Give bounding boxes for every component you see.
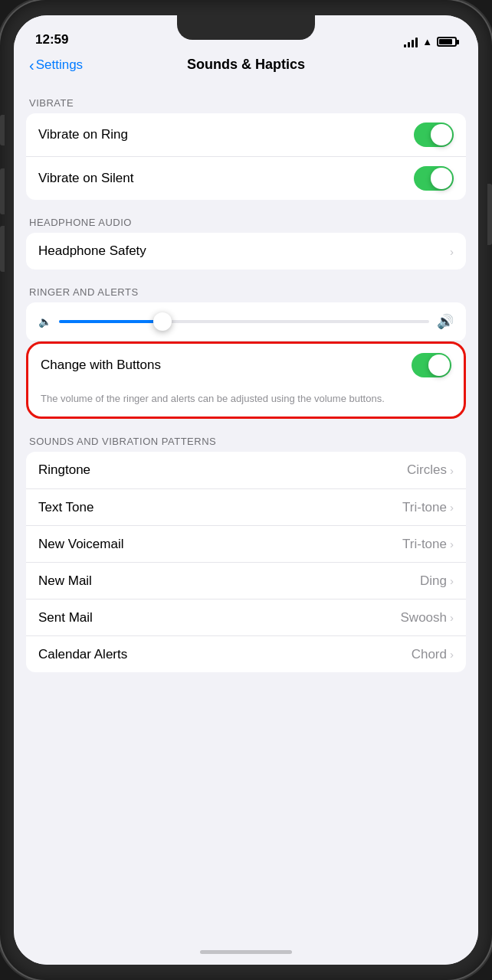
volume-down-button[interactable] — [0, 226, 5, 272]
sent-mail-value-text: Swoosh — [401, 610, 447, 626]
change-with-buttons-description: The volume of the ringer and alerts can … — [41, 393, 385, 404]
volume-slider-row[interactable]: 🔈 🔊 — [26, 302, 466, 341]
new-voicemail-chevron-icon: › — [450, 537, 454, 550]
sent-mail-value: Swoosh › — [401, 610, 454, 626]
back-button[interactable]: ‹ Settings — [29, 57, 83, 73]
headphone-section: HEADPHONE AUDIO Headphone Safety › — [14, 217, 478, 270]
vibrate-section: VIBRATE Vibrate on Ring Vibrate on Silen… — [14, 97, 478, 200]
ringtone-chevron-icon: › — [450, 464, 454, 477]
signal-icon — [404, 37, 418, 47]
new-mail-value: Ding › — [420, 573, 454, 589]
text-tone-chevron-icon: › — [450, 501, 454, 514]
ringtone-label: Ringtone — [38, 462, 90, 478]
ringtone-value-text: Circles — [407, 462, 447, 478]
volume-low-icon: 🔈 — [38, 315, 51, 328]
vibrate-on-ring-row: Vibrate on Ring — [26, 113, 466, 156]
chevron-icon: › — [450, 245, 454, 258]
change-with-buttons-card: Change with Buttons The volume of the ri… — [26, 341, 466, 419]
calendar-alerts-chevron-icon: › — [450, 648, 454, 661]
phone-screen: 12:59 ▲ ‹ Settings Sounds & Haptics — [14, 15, 478, 965]
status-icons: ▲ — [404, 36, 457, 47]
home-bar — [200, 950, 292, 954]
new-voicemail-label: New Voicemail — [38, 537, 124, 552]
battery-icon — [437, 37, 457, 47]
page-title: Sounds & Haptics — [187, 57, 305, 73]
content-scroll[interactable]: VIBRATE Vibrate on Ring Vibrate on Silen… — [14, 80, 478, 939]
change-with-buttons-label: Change with Buttons — [41, 358, 161, 373]
nav-bar: ‹ Settings Sounds & Haptics — [14, 54, 478, 80]
headphone-safety-chevron: › — [450, 245, 454, 258]
slider-fill — [59, 320, 162, 323]
new-mail-chevron-icon: › — [450, 574, 454, 587]
highlighted-section: Change with Buttons The volume of the ri… — [14, 341, 478, 419]
new-voicemail-value: Tri-tone › — [402, 537, 454, 552]
sounds-section: SOUNDS AND VIBRATION PATTERNS Ringtone C… — [14, 436, 478, 672]
new-mail-row[interactable]: New Mail Ding › — [26, 562, 466, 599]
slider-thumb[interactable] — [153, 312, 172, 331]
calendar-alerts-value-text: Chord — [412, 647, 447, 662]
wifi-icon: ▲ — [422, 36, 432, 47]
sounds-card: Ringtone Circles › Text Tone Tri-tone › — [26, 452, 466, 672]
ringtone-row[interactable]: Ringtone Circles › — [26, 452, 466, 488]
sounds-header: SOUNDS AND VIBRATION PATTERNS — [14, 436, 478, 452]
change-with-buttons-toggle[interactable] — [412, 353, 451, 377]
sent-mail-chevron-icon: › — [450, 611, 454, 624]
vibrate-header: VIBRATE — [14, 97, 478, 113]
ringtone-value: Circles › — [407, 462, 454, 478]
calendar-alerts-row[interactable]: Calendar Alerts Chord › — [26, 635, 466, 672]
new-voicemail-value-text: Tri-tone — [402, 537, 447, 552]
text-tone-value-text: Tri-tone — [402, 500, 447, 515]
ringer-header: RINGER AND ALERTS — [14, 286, 478, 302]
new-voicemail-row[interactable]: New Voicemail Tri-tone › — [26, 525, 466, 562]
new-mail-label: New Mail — [38, 573, 92, 589]
ringer-section: RINGER AND ALERTS 🔈 🔊 — [14, 286, 478, 419]
notch — [177, 15, 315, 40]
headphone-card: Headphone Safety › — [26, 233, 466, 270]
status-time: 12:59 — [35, 32, 68, 47]
home-indicator — [14, 939, 478, 965]
calendar-alerts-value: Chord › — [412, 647, 454, 662]
vibrate-on-silent-toggle[interactable] — [414, 166, 454, 191]
sent-mail-label: Sent Mail — [38, 610, 93, 626]
phone-frame: 12:59 ▲ ‹ Settings Sounds & Haptics — [0, 0, 492, 980]
back-arrow-icon: ‹ — [29, 57, 34, 73]
vibrate-on-ring-toggle[interactable] — [414, 122, 454, 147]
text-tone-label: Text Tone — [38, 500, 93, 515]
vibrate-on-silent-row: Vibrate on Silent — [26, 156, 466, 200]
text-tone-row[interactable]: Text Tone Tri-tone › — [26, 488, 466, 525]
vibrate-on-ring-label: Vibrate on Ring — [38, 127, 128, 142]
volume-high-icon: 🔊 — [437, 313, 454, 330]
text-tone-value: Tri-tone › — [402, 500, 454, 515]
vibrate-card: Vibrate on Ring Vibrate on Silent — [26, 113, 466, 200]
volume-slider[interactable] — [59, 320, 429, 323]
sent-mail-row[interactable]: Sent Mail Swoosh › — [26, 599, 466, 635]
headphone-safety-row[interactable]: Headphone Safety › — [26, 233, 466, 270]
ringer-card: 🔈 🔊 — [26, 302, 466, 341]
vibrate-on-silent-label: Vibrate on Silent — [38, 171, 133, 186]
volume-up-button[interactable] — [0, 168, 5, 214]
silent-switch[interactable] — [0, 115, 5, 145]
new-mail-value-text: Ding — [420, 573, 447, 589]
back-label: Settings — [36, 57, 83, 73]
headphone-safety-label: Headphone Safety — [38, 243, 146, 259]
calendar-alerts-label: Calendar Alerts — [38, 647, 127, 662]
change-with-buttons-row: Change with Buttons — [28, 344, 464, 387]
change-with-buttons-description-row: The volume of the ringer and alerts can … — [28, 387, 464, 416]
headphone-header: HEADPHONE AUDIO — [14, 217, 478, 233]
power-button[interactable] — [487, 184, 492, 245]
